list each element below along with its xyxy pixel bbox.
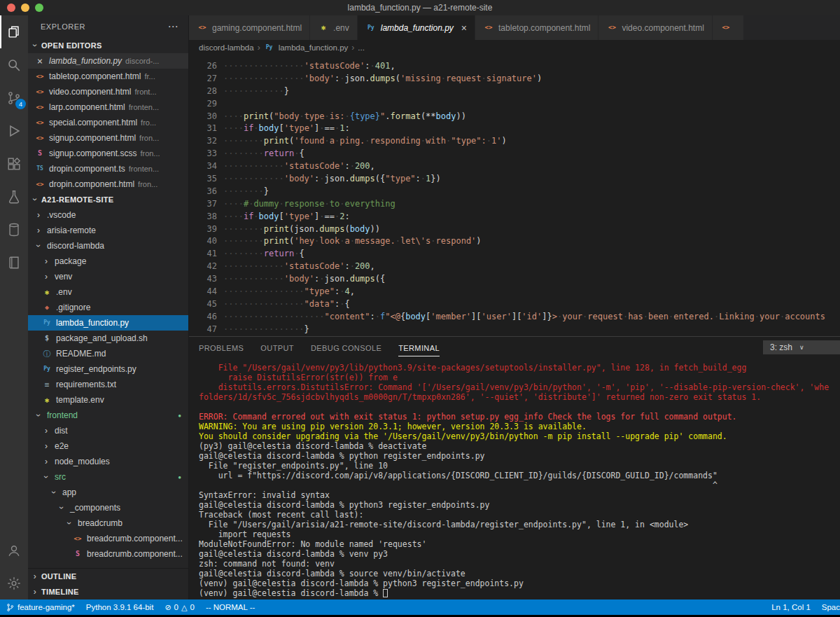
terminal-shell-selector[interactable]: 3: zsh ∨ <box>763 340 840 354</box>
panel-tab-output[interactable]: OUTPUT <box>260 339 294 356</box>
terminal-line: File "/Users/gail/arisia/a21-remote-site… <box>199 520 840 529</box>
line-number: 42 <box>189 261 217 271</box>
outline-header[interactable]: › OUTLINE <box>28 569 188 584</box>
explorer-icon[interactable] <box>0 15 28 48</box>
editor-tab[interactable]: ✱.env <box>310 15 358 40</box>
panel-tab-debug-console[interactable]: DEBUG CONSOLE <box>311 339 382 356</box>
git-branch-indicator[interactable]: feature-gaming* <box>6 603 75 612</box>
breadcrumb-item[interactable]: discord-lambda <box>199 43 254 52</box>
tab-filename: tabletop.component.html <box>498 23 590 33</box>
terminal-cursor[interactable] <box>383 589 388 597</box>
editor-tab[interactable]: <>gaming.component.html <box>189 15 310 40</box>
tree-item[interactable]: ⓘREADME.md <box>28 346 188 361</box>
book-icon[interactable] <box>0 246 28 279</box>
chevron-right-icon: › <box>34 210 43 220</box>
jar-icon[interactable] <box>0 213 28 246</box>
line-number: 34 <box>189 161 217 171</box>
settings-icon[interactable] <box>0 567 28 599</box>
open-editor-filename: dropin.component.ts <box>49 164 125 174</box>
close-window-button[interactable] <box>7 4 15 12</box>
panel-tab-problems[interactable]: PROBLEMS <box>199 339 244 356</box>
indentation-setting[interactable]: Spac <box>822 603 840 611</box>
tab-filename: .env <box>333 23 349 33</box>
open-editor-item[interactable]: <>dropin.component.htmlfron... <box>28 176 188 192</box>
problems-indicator[interactable]: ⊘ 0 △ 0 <box>164 603 195 612</box>
editor-tab[interactable]: <>tabletop.component.html <box>475 15 598 40</box>
cursor-position[interactable]: Ln 1, Col 1 <box>771 603 811 611</box>
tree-item-label: venv <box>55 272 72 282</box>
tree-item[interactable]: ✱.env <box>28 284 188 300</box>
tree-item[interactable]: Sbreadcrumb.component... <box>28 546 188 562</box>
code-line: 46····················"content":·f"<@{bo… <box>189 310 840 323</box>
breadcrumb[interactable]: discord-lambda›Pylambda_function.py›... <box>189 40 840 55</box>
editor-tab[interactable]: Pylambda_function.py× <box>358 15 475 40</box>
open-editor-item[interactable]: <>video.component.htmlfront... <box>28 84 188 99</box>
python-interpreter[interactable]: Python 3.9.1 64-bit <box>86 603 154 611</box>
tree-item[interactable]: ›src● <box>28 469 188 485</box>
status-bar: feature-gaming* Python 3.9.1 64-bit ⊘ 0 … <box>0 599 840 615</box>
open-editor-item[interactable]: <>tabletop.component.htmlfr... <box>28 69 188 84</box>
extensions-icon[interactable] <box>0 147 28 180</box>
source-control-icon[interactable]: 4 <box>0 81 28 114</box>
tree-item[interactable]: ›app <box>28 485 188 500</box>
tree-item[interactable]: ›breadcrumb <box>28 515 188 531</box>
breadcrumb-item[interactable]: lambda_function.py <box>279 43 349 52</box>
terminal-line: distutils.errors.DistutilsError: Command… <box>199 382 840 392</box>
terminal-line: File "/Users/gail/venv/py3/lib/python3.9… <box>199 363 840 373</box>
code-editor[interactable]: 26················'statusCode':·401,27··… <box>189 55 840 336</box>
open-editor-item[interactable]: <>larp.component.htmlfronten... <box>28 99 188 115</box>
tree-item[interactable]: Pyregister_endpoints.py <box>28 361 188 377</box>
status-bar-right: Ln 1, Col 1 Spac <box>771 603 840 611</box>
open-editor-item[interactable]: Ssignup.component.scssfron... <box>28 146 188 161</box>
terminal-line: raise DistutilsError(str(e)) from e <box>199 373 840 382</box>
sidebar-bottom-sections: › OUTLINE › TIMELINE <box>28 568 188 599</box>
open-editor-filename: dropin.component.html <box>49 179 134 189</box>
chevron-right-icon: › <box>41 457 51 466</box>
breadcrumb-item[interactable]: ... <box>358 43 365 52</box>
timeline-header[interactable]: › TIMELINE <box>28 584 188 599</box>
tree-item[interactable]: Pylambda_function.py <box>28 315 188 331</box>
zoom-window-button[interactable] <box>35 4 43 12</box>
tree-item[interactable]: ›node_modules <box>28 454 188 469</box>
close-tab-icon[interactable]: × <box>461 22 467 34</box>
editor-tab[interactable]: <> <box>713 15 744 40</box>
tree-item[interactable]: ≡requirements.txt <box>28 377 188 392</box>
open-editors-header[interactable]: › OPEN EDITORS <box>28 38 188 53</box>
open-editor-item[interactable]: <>special.component.htmlfro... <box>28 115 188 130</box>
tree-item[interactable]: $package_and_upload.sh <box>28 331 188 346</box>
tree-item[interactable]: ◆.gitignore <box>28 300 188 315</box>
close-icon[interactable]: × <box>34 56 46 66</box>
editor-tab[interactable]: <>video.component.html <box>598 15 712 40</box>
chevron-right-icon: › <box>41 272 51 282</box>
terminal-line: gail@celestia discord-lambda % venv py3 <box>199 549 840 559</box>
tree-item[interactable]: ›package <box>28 254 188 269</box>
tree-item[interactable]: ›.vscode <box>28 207 188 223</box>
html-file-icon: <> <box>34 135 46 141</box>
tree-item[interactable]: ›frontend● <box>28 408 188 423</box>
tree-item[interactable]: ›e2e <box>28 438 188 454</box>
account-icon[interactable] <box>0 534 28 567</box>
tree-item[interactable]: ›dist <box>28 423 188 438</box>
run-debug-icon[interactable] <box>0 114 28 147</box>
html-file-icon: <> <box>34 74 46 80</box>
tree-item[interactable]: <>breadcrumb.component... <box>28 531 188 546</box>
txt-file-icon: ≡ <box>41 381 52 389</box>
open-editor-item[interactable]: ×lambda_function.pydiscord-... <box>28 53 188 69</box>
panel-tab-terminal[interactable]: TERMINAL <box>398 339 440 356</box>
open-editor-item[interactable]: <>signup.component.htmlfron... <box>28 130 188 146</box>
open-editor-item[interactable]: TSdropin.component.tsfronten... <box>28 161 188 176</box>
tree-item[interactable]: ›discord-lambda <box>28 238 188 254</box>
search-icon[interactable] <box>0 48 28 81</box>
test-beaker-icon[interactable] <box>0 180 28 213</box>
workspace-header[interactable]: › A21-REMOTE-SITE <box>28 192 188 207</box>
code-line: 44················"type":·4, <box>189 285 840 298</box>
tree-item[interactable]: ›arisia-remote <box>28 223 188 238</box>
terminal-output[interactable]: File "/Users/gail/venv/py3/lib/python3.9… <box>189 358 840 599</box>
open-editor-path: fron... <box>139 134 159 142</box>
minimize-window-button[interactable] <box>21 4 29 12</box>
more-actions-icon[interactable]: ⋯ <box>168 20 179 33</box>
tree-item[interactable]: ✱template.env <box>28 392 188 408</box>
tree-item[interactable]: ›venv <box>28 269 188 284</box>
tree-item[interactable]: ›_components <box>28 500 188 515</box>
terminal-line: ERROR: Command errored out with exit sta… <box>199 412 840 422</box>
